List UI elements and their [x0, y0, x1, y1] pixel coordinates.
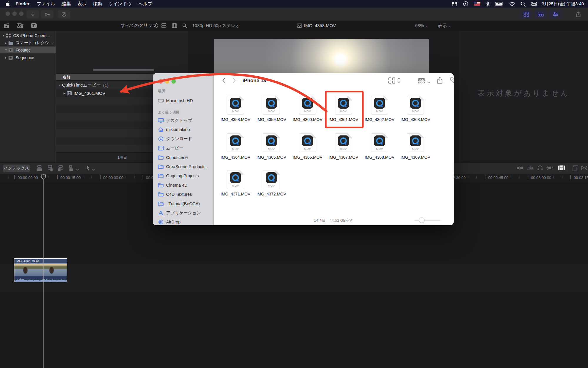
airpods-icon[interactable]	[452, 2, 457, 6]
quicktime-badge-icon	[302, 98, 313, 109]
tool-options-chevron-icon[interactable]	[92, 167, 95, 172]
event-star-icon	[8, 48, 14, 52]
connect-edit-icon[interactable]	[36, 165, 43, 173]
menu-clock[interactable]: 3月25日(金) 午後3:40	[542, 1, 584, 7]
edit-options-chevron-icon[interactable]	[76, 167, 79, 172]
photos-audio-sidebar-icon[interactable]	[17, 22, 24, 30]
playhead-pin[interactable]	[41, 174, 46, 181]
clip-film-icon	[67, 91, 72, 95]
show-inspector-button[interactable]	[549, 10, 562, 19]
icon-size-slider[interactable]	[415, 220, 440, 221]
disclosure-triangle-icon[interactable]: ▶	[5, 42, 8, 44]
clip-thumbnail	[41, 263, 67, 276]
disclosure-triangle-icon[interactable]: ▼	[5, 49, 8, 52]
quicktime-badge-icon	[266, 172, 277, 183]
file-img_4363.mov[interactable]: MOVIMG_4363.MOV	[397, 96, 433, 122]
file-img_4360.mov[interactable]: MOVIMG_4360.MOV	[290, 96, 325, 122]
battery-icon[interactable]	[495, 2, 504, 6]
menu-ウインドウ[interactable]: ウインドウ	[108, 1, 132, 7]
file-img_4369.mov[interactable]: MOVIMG_4369.MOV	[397, 133, 433, 160]
ruler-timecode-label: 00:00:30:00	[102, 175, 124, 180]
file-img_4361.mov[interactable]: MOVIMG_4361.MOV	[325, 96, 361, 122]
file-img_4366.mov[interactable]: MOVIMG_4366.MOV	[290, 133, 325, 160]
menu-移動[interactable]: 移動	[93, 1, 102, 7]
quicktime-file-icon: MOV	[407, 96, 424, 115]
show-browser-button[interactable]	[520, 10, 532, 19]
viewer-view-dropdown[interactable]: 表示 ⌄	[438, 23, 451, 29]
file-img_4371.mov[interactable]: MOVIMG_4371.MOV	[218, 170, 253, 196]
file-img_4364.mov[interactable]: MOVIMG_4364.MOV	[218, 133, 253, 160]
file-img_4365.mov[interactable]: MOVIMG_4365.MOV	[253, 133, 289, 160]
quicktime-file-icon: MOV	[299, 133, 316, 152]
timeline-history-back-icon[interactable]	[572, 165, 579, 172]
file-img_4359.mov[interactable]: MOVIMG_4359.MOV	[253, 96, 289, 122]
audio-skimming-icon[interactable]	[537, 165, 543, 172]
file-img_4368.mov[interactable]: MOVIMG_4368.MOV	[362, 133, 397, 160]
solo-clips-icon[interactable]	[546, 165, 553, 172]
tool-arrow-icon[interactable]	[86, 165, 91, 172]
fcp-sidebar-item--[interactable]: ▶スマートコレクシ…	[0, 39, 56, 46]
browser-search-icon[interactable]	[182, 23, 187, 29]
disclosure-triangle-icon[interactable]: ▶	[5, 56, 8, 59]
finder-status-bar: 14項目、44.52 GB空き	[214, 215, 454, 225]
filmstrip-view-icon[interactable]	[172, 23, 177, 29]
viewer-zoom-dropdown[interactable]: 68% ⌄	[415, 23, 428, 28]
fcp-minimize-button[interactable]	[12, 11, 17, 16]
show-timeline-button[interactable]	[534, 10, 547, 19]
wifi-icon[interactable]	[509, 2, 515, 6]
finder-window: 場所Macintosh HDよく使う項目デスクトップmikiomakinoダウン…	[153, 73, 454, 225]
file-img_4372.mov[interactable]: MOVIMG_4372.MOV	[253, 170, 289, 196]
project-format-info: 1080p HD 60p ステレオ	[192, 23, 240, 29]
spotlight-icon[interactable]	[521, 1, 526, 6]
clip-thumbnail	[14, 263, 41, 276]
fcp-inspector-pane: 表示対象がありません	[459, 31, 588, 162]
list-view-icon[interactable]	[161, 23, 166, 29]
fcp-sidebar-item-label: CS-iPhone-Cinem...	[13, 33, 50, 38]
input-source-flag-icon[interactable]	[474, 2, 480, 6]
clip-filter-chevrons-icon[interactable]	[155, 22, 158, 29]
timeline-index-button[interactable]: インデックス	[3, 165, 30, 172]
apple-menu-icon[interactable]	[6, 1, 10, 6]
fcp-close-button[interactable]	[6, 11, 10, 16]
clip-filter-dropdown[interactable]: すべてのクリップ	[121, 23, 157, 28]
fcp-sidebar-item-sequence[interactable]: ▶Sequence	[0, 54, 56, 61]
active-app-name[interactable]: Finder	[16, 1, 29, 6]
overwrite-edit-icon[interactable]	[68, 165, 75, 173]
quicktime-badge-icon	[302, 135, 313, 146]
transition-bowtie-icon[interactable]	[581, 165, 587, 172]
playhead-line[interactable]	[43, 174, 44, 368]
share-button[interactable]	[573, 10, 584, 19]
fcp-zoom-button[interactable]	[19, 11, 24, 16]
item-count-status: 14項目、44.52 GB空き	[214, 218, 454, 223]
screen-record-icon[interactable]	[463, 1, 468, 6]
insert-edit-icon[interactable]	[46, 165, 54, 173]
trim-view-icon[interactable]	[517, 165, 523, 172]
control-center-icon[interactable]	[531, 2, 537, 6]
file-name-label: IMG_4372.MOV	[253, 192, 289, 196]
menu-編集[interactable]: 編集	[62, 1, 71, 7]
file-type-label: MOV	[371, 110, 388, 113]
icon-size-slider-knob[interactable]	[419, 217, 425, 223]
fcp-sidebar-item-footage[interactable]: ▼Footage	[0, 47, 56, 53]
fcp-sidebar-item-cs-iphone-cinem-[interactable]: ▼CS-iPhone-Cinem...	[0, 32, 56, 39]
append-edit-icon[interactable]	[57, 165, 64, 173]
keyword-editor-button[interactable]	[41, 10, 54, 19]
disclosure-triangle-icon[interactable]: ▼	[2, 34, 6, 37]
file-img_4367.mov[interactable]: MOVIMG_4367.MOV	[325, 133, 361, 160]
file-img_4362.mov[interactable]: MOVIMG_4362.MOV	[362, 96, 397, 122]
audio-waveform-icon[interactable]	[527, 165, 534, 172]
bluetooth-icon[interactable]	[486, 1, 490, 6]
quicktime-file-icon: MOV	[371, 96, 388, 115]
timeline-clip[interactable]: IMG_4361.MOV	[14, 258, 67, 282]
background-tasks-button[interactable]	[58, 10, 70, 19]
menu-ファイル[interactable]: ファイル	[36, 1, 55, 7]
fcp-sidebar-item-label: スマートコレクシ…	[16, 40, 53, 46]
file-img_4358.mov[interactable]: MOVIMG_4358.MOV	[218, 96, 253, 122]
menu-表示[interactable]: 表示	[77, 1, 86, 7]
clip-appearance-button-icon[interactable]	[558, 165, 565, 172]
import-media-button[interactable]	[26, 10, 39, 19]
menu-ヘルプ[interactable]: ヘルプ	[138, 1, 152, 7]
titles-generators-sidebar-icon[interactable]	[31, 22, 37, 30]
browser-scrollbar[interactable]	[93, 69, 154, 71]
clip-appearance-icon[interactable]	[3, 22, 10, 30]
